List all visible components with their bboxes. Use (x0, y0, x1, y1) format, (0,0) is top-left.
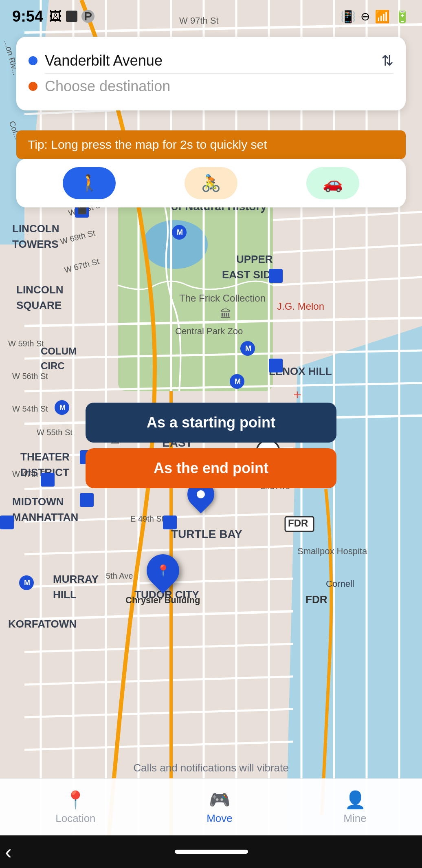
svg-text:COLUM: COLUM (41, 346, 77, 357)
vibration-text: Calls and notifications will vibrate (133, 762, 289, 774)
battery-icon: 🔋 (395, 9, 410, 24)
svg-text:TOWERS: TOWERS (12, 238, 59, 250)
walk-mode-button[interactable]: 🚶 (63, 167, 116, 199)
nav-item-move[interactable]: 🎮 Move (207, 790, 233, 825)
bike-icon: 🚴 (201, 174, 221, 193)
wifi-icon: 📶 (375, 9, 390, 24)
svg-text:E 49th St: E 49th St (130, 514, 164, 523)
svg-text:J.G. Melon: J.G. Melon (277, 301, 324, 312)
svg-rect-102 (0, 516, 14, 529)
svg-text:LINCOLN: LINCOLN (12, 223, 59, 235)
svg-text:MANHATTAN: MANHATTAN (12, 511, 78, 523)
end-point-button[interactable]: As the end point (86, 448, 336, 488)
svg-text:W 56th St: W 56th St (12, 372, 48, 381)
svg-text:M: M (245, 344, 251, 352)
starting-point-button[interactable]: As a starting point (86, 403, 336, 443)
origin-text[interactable]: Vanderbilt Avenue (45, 52, 374, 69)
system-nav-bar: ‹ › (0, 835, 422, 868)
svg-text:FDR: FDR (288, 518, 308, 529)
end-point-label: As the end point (154, 460, 268, 476)
svg-text:M: M (24, 579, 30, 587)
svg-text:THEATER: THEATER (20, 451, 70, 463)
search-box: Vanderbilt Avenue ⇅ Choose destination (16, 37, 406, 110)
mine-nav-icon: 👤 (345, 790, 366, 810)
starting-point-label: As a starting point (147, 414, 275, 431)
svg-text:M: M (59, 403, 66, 412)
car-mode-button[interactable]: 🚗 (306, 167, 359, 199)
forward-placeholder: › (411, 842, 417, 862)
mode-selector: 🚶 🚴 🚗 (16, 159, 406, 207)
vibrate-icon: 📳 (341, 9, 356, 24)
svg-text:Smallpox Hospita: Smallpox Hospita (297, 546, 367, 556)
donotdisturb-icon: ⊖ (360, 10, 370, 23)
nav-item-location[interactable]: 📍 Location (55, 790, 95, 825)
svg-text:The Frick Collection: The Frick Collection (179, 293, 266, 304)
svg-text:LINCOLN: LINCOLN (16, 284, 64, 296)
svg-text:MURRAY: MURRAY (53, 573, 99, 585)
back-button[interactable]: ‹ (5, 840, 12, 864)
svg-text:Central Park Zoo: Central Park Zoo (175, 326, 243, 336)
parking-icon: P (81, 10, 95, 23)
destination-row[interactable]: Choose destination (29, 74, 393, 99)
walk-icon: 🚶 (79, 174, 99, 193)
location-nav-icon: 📍 (65, 790, 86, 810)
svg-rect-97 (269, 269, 283, 283)
svg-rect-104 (163, 516, 177, 529)
location-nav-label: Location (55, 812, 95, 825)
mine-nav-label: Mine (343, 812, 366, 825)
destination-dot (29, 82, 37, 91)
status-time: 9:54 (12, 8, 43, 25)
chrysler-marker[interactable]: 📍 Chrysler Building (125, 554, 200, 606)
svg-text:FDR: FDR (306, 593, 327, 606)
svg-text:W 55th St: W 55th St (37, 428, 73, 437)
move-nav-icon: 🎮 (209, 790, 230, 810)
svg-text:KORFATOWN: KORFATOWN (8, 618, 77, 630)
svg-text:HILL: HILL (53, 588, 77, 601)
svg-text:W 54th St: W 54th St (12, 404, 48, 413)
svg-text:M: M (235, 377, 241, 386)
bike-mode-button[interactable]: 🚴 (185, 167, 237, 199)
bottom-navigation: 📍 Location 🎮 Move 👤 Mine (0, 778, 422, 835)
nav-item-mine[interactable]: 👤 Mine (343, 790, 366, 825)
svg-text:CIRC: CIRC (41, 360, 65, 371)
origin-dot (29, 56, 37, 65)
svg-text:SQUARE: SQUARE (16, 299, 62, 311)
tip-text: Tip: Long press the map for 2s to quickl… (28, 138, 267, 151)
vibration-notice: Calls and notifications will vibrate (0, 762, 422, 774)
chrysler-label: Chrysler Building (125, 595, 200, 606)
svg-text:M: M (177, 228, 183, 236)
car-icon: 🚗 (323, 174, 343, 193)
svg-text:TURTLE BAY: TURTLE BAY (171, 528, 242, 540)
svg-text:W 59th St: W 59th St (8, 339, 44, 348)
origin-row[interactable]: Vanderbilt Avenue ⇅ (29, 48, 393, 73)
home-indicator[interactable] (175, 850, 248, 854)
svg-text:🏛: 🏛 (220, 308, 231, 320)
svg-rect-101 (80, 493, 94, 507)
destination-text[interactable]: Choose destination (45, 78, 393, 95)
square-icon (66, 11, 77, 22)
svg-text:+: + (293, 387, 301, 402)
status-left-icons: 🖼 P (49, 9, 95, 24)
swap-button[interactable]: ⇅ (381, 52, 393, 69)
svg-rect-99 (41, 473, 55, 487)
svg-text:Cornell: Cornell (326, 579, 354, 589)
svg-rect-98 (269, 359, 283, 372)
photo-icon: 🖼 (49, 9, 62, 24)
svg-text:MIDTOWN: MIDTOWN (12, 496, 64, 508)
move-nav-label: Move (207, 812, 233, 825)
status-right-icons: 📳 ⊖ 📶 🔋 (341, 9, 410, 24)
tip-banner: Tip: Long press the map for 2s to quickl… (16, 130, 406, 159)
svg-text:UPPER: UPPER (236, 253, 273, 265)
status-bar: 9:54 🖼 P 📳 ⊖ 📶 🔋 (0, 0, 422, 33)
